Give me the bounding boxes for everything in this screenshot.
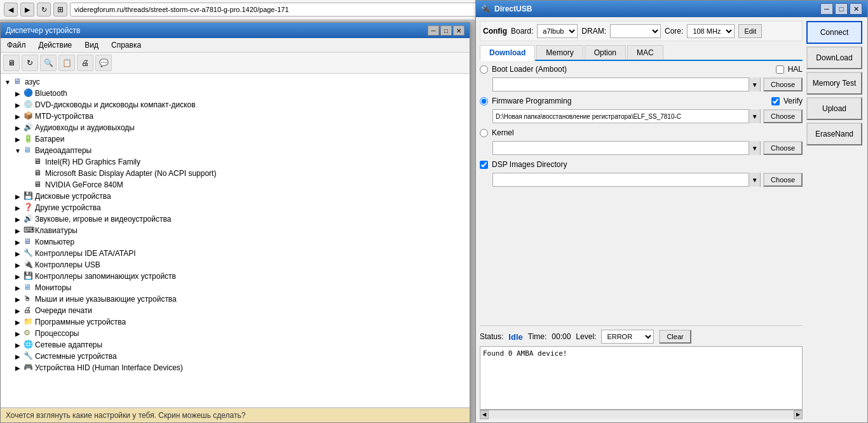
du-minimize-button[interactable]: ─: [820, 3, 833, 15]
back-button[interactable]: ◀: [4, 3, 18, 17]
forward-button[interactable]: ▶: [20, 3, 34, 17]
refresh-button[interactable]: ↻: [37, 3, 51, 17]
du-close-button[interactable]: ✕: [850, 3, 862, 15]
grid-button[interactable]: ⊞: [53, 3, 67, 17]
du-maximize-button[interactable]: □: [835, 3, 848, 15]
directusb-icon: 🔌: [481, 4, 491, 13]
directusb-title: DirectUSB: [494, 4, 532, 13]
directusb-titlebar: 🔌 DirectUSB ─ □ ✕: [476, 1, 867, 17]
